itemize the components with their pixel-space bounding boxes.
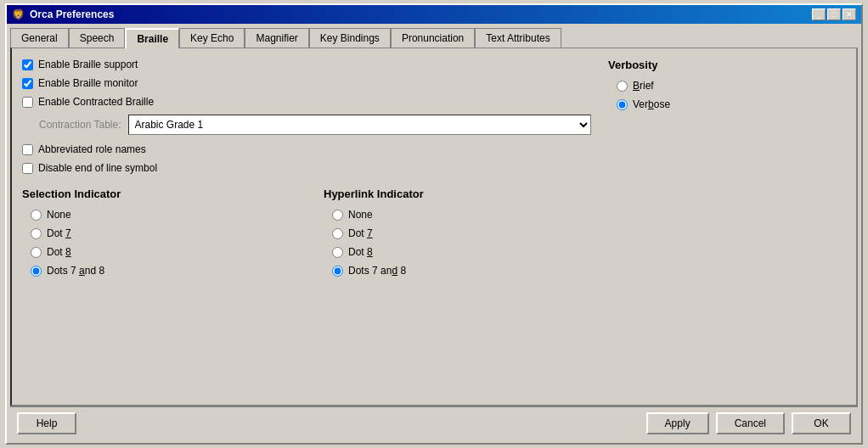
indicators-area: Selection Indicator None Dot 7 — [22, 188, 591, 277]
left-column: Enable Braille support Enable Braille mo… — [22, 59, 591, 277]
right-column: Verbosity Brief Verbose — [608, 59, 846, 277]
enable-braille-monitor-label: Enable Braille monitor — [38, 77, 138, 89]
enable-braille-support-checkbox[interactable] — [22, 59, 33, 70]
selection-dots78-radio[interactable] — [31, 266, 42, 277]
enable-contracted-braille-checkbox[interactable] — [22, 97, 33, 108]
contraction-table-row: Contraction Table: Arabic Grade 1 — [22, 115, 591, 135]
content-area: General Speech Braille Key Echo Magnifie… — [7, 24, 861, 443]
verbosity-verbose-radio[interactable] — [617, 99, 628, 110]
enable-contracted-braille-label: Enable Contracted Braille — [38, 96, 154, 108]
tab-key-echo[interactable]: Key Echo — [179, 28, 245, 48]
help-button[interactable]: Help — [17, 412, 76, 434]
app-icon: 🦁 — [12, 8, 25, 20]
hyperlink-dot8-row: Dot 8 — [332, 246, 591, 258]
right-buttons: Apply Cancel OK — [646, 412, 851, 434]
contraction-table-label: Contraction Table: — [39, 119, 121, 131]
verbosity-title: Verbosity — [608, 59, 846, 71]
tab-bar: General Speech Braille Key Echo Magnifie… — [10, 27, 858, 48]
window-title: Orca Preferences — [30, 8, 114, 20]
hyperlink-none-row: None — [332, 209, 591, 221]
selection-none-label: None — [47, 209, 71, 221]
disable-end-of-line-label: Disable end of line symbol — [38, 162, 157, 174]
hyperlink-dots78-label: Dots 7 and 8 — [348, 265, 406, 277]
bottom-bar: Help Apply Cancel OK — [10, 406, 858, 440]
enable-braille-monitor-row: Enable Braille monitor — [22, 77, 591, 89]
selection-dot8-row: Dot 8 — [31, 246, 290, 258]
selection-none-row: None — [31, 209, 290, 221]
hyperlink-dots78-radio[interactable] — [332, 266, 343, 277]
ok-button[interactable]: OK — [792, 412, 851, 434]
close-button[interactable]: ✕ — [843, 8, 856, 20]
enable-contracted-braille-row: Enable Contracted Braille — [22, 96, 591, 108]
enable-braille-monitor-checkbox[interactable] — [22, 78, 33, 89]
hyperlink-dot7-label: Dot 7 — [348, 227, 373, 239]
main-window: 🦁 Orca Preferences _ □ ✕ General Speech … — [5, 3, 863, 445]
selection-dot7-radio[interactable] — [31, 228, 42, 239]
selection-dot8-label: Dot 8 — [47, 246, 71, 258]
apply-button[interactable]: Apply — [646, 412, 709, 434]
minimize-button[interactable]: _ — [812, 8, 826, 20]
hyperlink-indicator-group: Hyperlink Indicator None Dot 7 — [324, 188, 591, 277]
tab-pronunciation[interactable]: Pronunciation — [391, 28, 475, 48]
panel-content: Enable Braille support Enable Braille mo… — [22, 59, 846, 277]
selection-indicator-title: Selection Indicator — [22, 188, 290, 200]
contraction-table-select[interactable]: Arabic Grade 1 — [128, 115, 591, 135]
selection-dot8-radio[interactable] — [31, 247, 42, 258]
abbreviated-role-names-label: Abbreviated role names — [38, 143, 146, 155]
hyperlink-dot8-radio[interactable] — [332, 247, 343, 258]
cancel-button[interactable]: Cancel — [716, 412, 785, 434]
braille-panel: Enable Braille support Enable Braille mo… — [10, 48, 858, 406]
selection-dots78-row: Dots 7 and 8 — [31, 265, 290, 277]
disable-end-of-line-checkbox[interactable] — [22, 163, 33, 174]
verbosity-brief-radio[interactable] — [617, 81, 628, 92]
titlebar-title-area: 🦁 Orca Preferences — [12, 8, 114, 20]
hyperlink-dot8-label: Dot 8 — [348, 246, 373, 258]
verbosity-verbose-label: Verbose — [633, 98, 670, 110]
selection-dot7-label: Dot 7 — [47, 227, 71, 239]
selection-dots78-label: Dots 7 and 8 — [47, 265, 104, 277]
tab-braille[interactable]: Braille — [125, 28, 179, 48]
hyperlink-none-label: None — [348, 209, 373, 221]
enable-braille-support-label: Enable Braille support — [38, 59, 138, 70]
hyperlink-dots78-row: Dots 7 and 8 — [332, 265, 591, 277]
abbreviated-role-names-checkbox[interactable] — [22, 144, 33, 155]
hyperlink-dot7-radio[interactable] — [332, 228, 343, 239]
titlebar-buttons: _ □ ✕ — [812, 8, 856, 20]
tab-text-attributes[interactable]: Text Attributes — [475, 28, 561, 48]
tab-speech[interactable]: Speech — [69, 28, 126, 48]
tab-key-bindings[interactable]: Key Bindings — [309, 28, 391, 48]
hyperlink-none-radio[interactable] — [332, 210, 343, 221]
tab-magnifier[interactable]: Magnifier — [245, 28, 308, 48]
selection-indicator-radio-group: None Dot 7 Dot 8 — [22, 209, 290, 277]
abbreviated-role-names-row: Abbreviated role names — [22, 143, 591, 155]
tab-general[interactable]: General — [10, 28, 69, 48]
verbosity-brief-row: Brief — [617, 80, 846, 92]
hyperlink-indicator-title: Hyperlink Indicator — [324, 188, 591, 200]
enable-braille-support-row: Enable Braille support — [22, 59, 591, 70]
selection-none-radio[interactable] — [31, 210, 42, 221]
verbosity-brief-label: Brief — [633, 80, 654, 92]
selection-indicator-group: Selection Indicator None Dot 7 — [22, 188, 290, 277]
hyperlink-indicator-radio-group: None Dot 7 Dot 8 — [324, 209, 591, 277]
selection-dot7-row: Dot 7 — [31, 227, 290, 239]
titlebar: 🦁 Orca Preferences _ □ ✕ — [7, 5, 861, 24]
verbosity-radio-group: Brief Verbose — [608, 80, 846, 110]
maximize-button[interactable]: □ — [827, 8, 841, 20]
hyperlink-dot7-row: Dot 7 — [332, 227, 591, 239]
disable-end-of-line-row: Disable end of line symbol — [22, 162, 591, 174]
verbosity-verbose-row: Verbose — [617, 98, 846, 110]
